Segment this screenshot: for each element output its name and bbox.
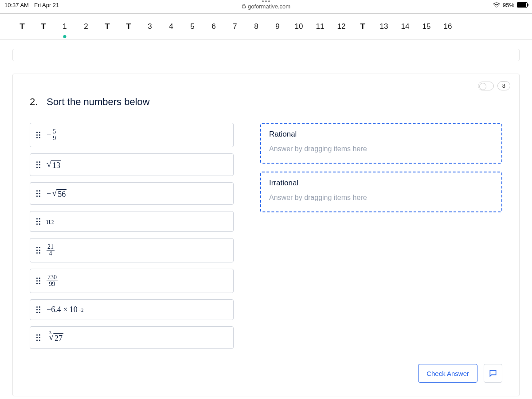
question-card: 8 2. Sort the numbers below − 59√13− √56… <box>12 74 520 396</box>
nav-item-T[interactable]: T <box>33 22 54 31</box>
draggable-item[interactable]: √13 <box>30 153 234 176</box>
draggable-item[interactable]: − √56 <box>30 182 234 205</box>
math-expression: √13 <box>47 159 61 170</box>
chat-icon <box>489 369 497 378</box>
status-bar: 10:37 AM Fri Apr 21 goformative.com 95% <box>0 0 532 10</box>
draggable-item[interactable]: 214 <box>30 238 234 262</box>
nav-item-T[interactable]: T <box>12 22 33 31</box>
drag-handle-icon[interactable] <box>36 306 40 313</box>
previous-question-card <box>12 49 520 61</box>
drop-zone-irrational[interactable]: IrrationalAnswer by dragging items here <box>260 172 502 212</box>
nav-item-3[interactable]: 3 <box>139 22 160 31</box>
drop-zone-title: Irrational <box>269 179 493 188</box>
drop-zones-column: RationalAnswer by dragging items hereIrr… <box>260 123 502 349</box>
check-answer-button[interactable]: Check Answer <box>418 364 477 383</box>
question-nav: TT12TT3456789101112T13141516 <box>0 14 532 40</box>
status-date: Fri Apr 21 <box>34 2 59 8</box>
nav-item-6[interactable]: 6 <box>203 22 224 31</box>
question-number: 2. <box>30 96 38 108</box>
nav-item-T[interactable]: T <box>352 22 373 31</box>
nav-item-4[interactable]: 4 <box>160 22 182 31</box>
draggable-items-column: − 59√13− √56π221473099−6.4 × 10−23√27 <box>30 123 234 349</box>
drag-handle-icon[interactable] <box>36 247 40 254</box>
math-expression: − √56 <box>47 188 66 199</box>
drop-zone-title: Rational <box>269 130 493 139</box>
question-title: Sort the numbers below <box>47 96 149 108</box>
nav-item-5[interactable]: 5 <box>182 22 203 31</box>
nav-item-14[interactable]: 14 <box>395 22 416 31</box>
drag-handle-icon[interactable] <box>36 161 40 168</box>
draggable-item[interactable]: 3√27 <box>30 326 234 349</box>
drag-handle-icon[interactable] <box>36 190 40 197</box>
nav-item-9[interactable]: 9 <box>267 22 288 31</box>
nav-item-12[interactable]: 12 <box>331 22 352 31</box>
browser-url[interactable]: goformative.com <box>242 3 290 10</box>
nav-item-T[interactable]: T <box>118 22 139 31</box>
drag-handle-icon[interactable] <box>36 132 40 138</box>
url-text: goformative.com <box>248 3 290 10</box>
battery-icon <box>517 2 528 8</box>
chat-button[interactable] <box>484 364 502 383</box>
nav-item-1[interactable]: 1 <box>54 22 75 31</box>
drag-handle-icon[interactable] <box>36 278 40 284</box>
nav-item-8[interactable]: 8 <box>246 22 267 31</box>
drop-zone-rational[interactable]: RationalAnswer by dragging items here <box>260 123 502 164</box>
math-expression: 3√27 <box>47 332 63 343</box>
draggable-item[interactable]: − 59 <box>30 123 234 147</box>
draggable-item[interactable]: 73099 <box>30 269 234 293</box>
math-expression: 73099 <box>47 274 58 287</box>
multitask-dots-icon[interactable] <box>262 0 270 2</box>
drag-handle-icon[interactable] <box>36 334 40 341</box>
toggle-switch[interactable] <box>478 82 494 90</box>
nav-item-2[interactable]: 2 <box>75 22 97 31</box>
math-expression: −6.4 × 10−2 <box>47 305 84 314</box>
nav-item-13[interactable]: 13 <box>373 22 395 31</box>
wifi-icon <box>493 2 500 8</box>
lock-icon <box>242 4 246 8</box>
math-expression: − 59 <box>47 129 57 141</box>
math-expression: π2 <box>47 217 54 226</box>
status-time: 10:37 AM <box>4 2 29 8</box>
drop-zone-hint: Answer by dragging items here <box>269 194 493 202</box>
points-value: 8 <box>497 81 510 90</box>
math-expression: 214 <box>47 244 55 257</box>
nav-item-T[interactable]: T <box>97 22 118 31</box>
nav-item-11[interactable]: 11 <box>309 22 331 31</box>
nav-item-10[interactable]: 10 <box>288 22 309 31</box>
battery-percent: 95% <box>503 2 514 8</box>
points-badge: 8 <box>478 81 510 90</box>
draggable-item[interactable]: −6.4 × 10−2 <box>30 299 234 320</box>
nav-item-15[interactable]: 15 <box>416 22 437 31</box>
drag-handle-icon[interactable] <box>36 218 40 225</box>
nav-item-7[interactable]: 7 <box>224 22 246 31</box>
drop-zone-hint: Answer by dragging items here <box>269 145 493 153</box>
nav-item-16[interactable]: 16 <box>437 22 458 31</box>
draggable-item[interactable]: π2 <box>30 211 234 232</box>
